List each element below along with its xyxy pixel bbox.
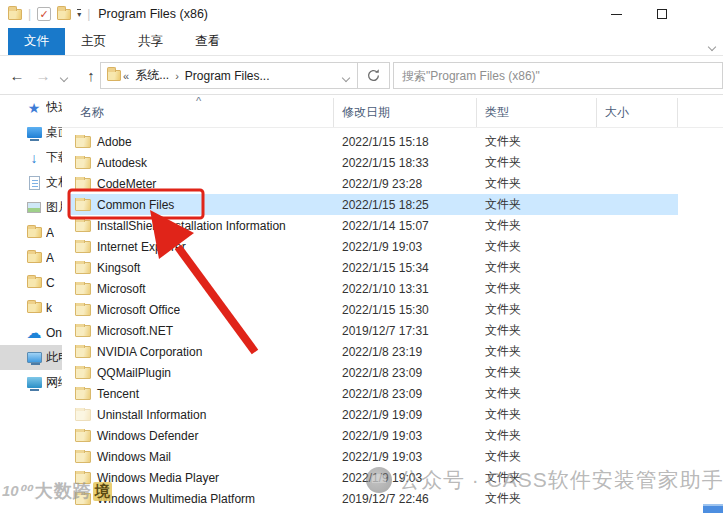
file-date-modified: 2022/1/15 18:25 <box>334 198 477 212</box>
refresh-icon <box>366 68 381 83</box>
file-row[interactable]: Windows Mail 2022/1/9 19:03 文件夹 <box>70 446 678 467</box>
file-name: Kingsoft <box>97 261 140 275</box>
file-row[interactable]: Microsoft.NET 2019/12/7 17:31 文件夹 <box>70 320 678 341</box>
expand-ribbon-button[interactable] <box>709 36 719 46</box>
tab-view[interactable]: 查看 <box>179 28 236 55</box>
tab-file[interactable]: 文件 <box>8 28 65 55</box>
forward-button[interactable]: → <box>30 67 56 84</box>
file-date-modified: 2019/12/7 17:31 <box>334 324 477 338</box>
sidebar-item-star[interactable]: ★ 快速访问 <box>0 95 62 120</box>
search-input[interactable] <box>394 63 722 88</box>
file-row[interactable]: Windows Media Player 2022/1/9 19:03 文件夹 <box>70 467 678 488</box>
file-row[interactable]: Tencent 2022/1/8 23:09 文件夹 <box>70 383 678 404</box>
pictures-icon <box>26 200 42 216</box>
file-date-modified: 2022/1/9 19:03 <box>334 240 477 254</box>
minimize-button[interactable] <box>593 0 639 28</box>
sidebar-item-this-pc[interactable]: 此电脑 <box>0 345 62 370</box>
sidebar-item-label: 图片 <box>46 199 62 216</box>
file-date-modified: 2022/1/8 23:09 <box>334 366 477 380</box>
file-name: CodeMeter <box>97 177 156 191</box>
back-button[interactable]: ← <box>4 67 30 84</box>
file-type: 文件夹 <box>477 196 597 213</box>
file-row[interactable]: Uninstall Information 2022/1/9 19:09 文件夹 <box>70 404 678 425</box>
file-type: 文件夹 <box>477 427 597 444</box>
file-row[interactable]: Autodesk 2022/1/15 18:33 文件夹 <box>70 152 678 173</box>
folder-icon <box>75 367 91 379</box>
breadcrumb-segment-program-files[interactable]: Program Files... <box>185 69 270 83</box>
folder-icon <box>75 220 91 232</box>
file-row[interactable]: Internet Explorer 2022/1/9 19:03 文件夹 <box>70 236 678 257</box>
breadcrumb-overflow[interactable]: « <box>123 70 129 82</box>
refresh-button[interactable] <box>358 62 390 89</box>
file-date-modified: 2022/1/8 23:09 <box>334 387 477 401</box>
file-date-modified: 2022/1/10 13:31 <box>334 282 477 296</box>
sidebar-item-onedrive[interactable]: ☁ OneDrive <box>0 320 62 345</box>
chevron-down-icon <box>60 73 68 81</box>
file-date-modified: 2022/1/15 15:18 <box>334 135 477 149</box>
desktop-monitor-icon <box>26 125 42 141</box>
maximize-icon <box>657 9 667 19</box>
file-name: Autodesk <box>97 156 147 170</box>
file-date-modified: 2022/1/9 19:03 <box>334 450 477 464</box>
file-row[interactable]: Microsoft Office 2022/1/15 15:30 文件夹 <box>70 299 678 320</box>
ribbon-tab-bar: 文件 主页 共享 查看 <box>0 28 723 56</box>
sidebar-item-network[interactable]: 网络 <box>0 370 62 395</box>
folder-icon <box>75 472 91 484</box>
properties-check-icon[interactable]: ✓ <box>37 7 51 21</box>
sidebar-item-label: 文档 <box>46 174 62 191</box>
maximize-button[interactable] <box>639 0 685 28</box>
file-row[interactable]: NVIDIA Corporation 2022/1/8 23:19 文件夹 <box>70 341 678 362</box>
file-row[interactable]: Windows Multimedia Platform 2019/12/7 22… <box>70 488 678 509</box>
file-type: 文件夹 <box>477 133 597 150</box>
file-row[interactable]: Kingsoft 2022/1/15 15:34 文件夹 <box>70 257 678 278</box>
file-type: 文件夹 <box>477 154 597 171</box>
sidebar-item-folder[interactable]: A <box>0 220 62 245</box>
file-name: Microsoft Office <box>97 303 180 317</box>
breadcrumb-segment-system[interactable]: 系统... <box>135 67 169 84</box>
folder-icon <box>75 136 91 148</box>
file-date-modified: 2022/1/14 15:07 <box>334 219 477 233</box>
address-dropdown-caret[interactable] <box>343 67 353 85</box>
file-row[interactable]: InstallShield Installation Information 2… <box>70 215 678 236</box>
column-header-size[interactable]: 大小 <box>597 98 678 127</box>
new-folder-icon[interactable] <box>57 9 71 20</box>
file-row[interactable]: Windows Defender 2022/1/9 19:03 文件夹 <box>70 425 678 446</box>
sidebar-item-document[interactable]: 文档 <box>0 170 62 195</box>
file-row[interactable]: Common Files 2022/1/15 18:25 文件夹 <box>70 194 678 215</box>
chevron-down-icon <box>342 73 350 81</box>
tab-home[interactable]: 主页 <box>65 28 122 55</box>
sidebar-item-folder[interactable]: A <box>0 245 62 270</box>
sidebar-item-download[interactable]: ↓ 下载 <box>0 145 62 170</box>
file-row[interactable]: Adobe 2022/1/15 15:18 文件夹 <box>70 131 678 152</box>
minimize-icon <box>611 14 622 15</box>
separator: | <box>28 7 31 21</box>
sidebar-item-desktop[interactable]: 桌面 <box>0 120 62 145</box>
sidebar-item-label: 下载 <box>46 149 62 166</box>
file-name: Windows Multimedia Platform <box>97 492 255 506</box>
file-row[interactable]: QQMailPlugin 2022/1/8 23:09 文件夹 <box>70 362 678 383</box>
tab-share[interactable]: 共享 <box>122 28 179 55</box>
column-header-type[interactable]: 类型 <box>477 98 597 127</box>
file-type: 文件夹 <box>477 280 597 297</box>
sidebar-item-label: 快速访问 <box>46 99 62 116</box>
column-header-date-modified[interactable]: 修改日期 <box>334 98 477 127</box>
folder-icon <box>26 225 42 241</box>
folder-icon <box>75 409 91 421</box>
sidebar-item-label: A <box>46 226 54 240</box>
sidebar-item-folder[interactable]: k <box>0 295 62 320</box>
sidebar-item-folder[interactable]: C <box>0 270 62 295</box>
sidebar-item-label: 桌面 <box>46 124 62 141</box>
window-controls <box>593 0 685 28</box>
recent-locations-caret[interactable] <box>56 67 72 84</box>
qat-customize-caret-icon[interactable]: ▾ <box>77 9 81 19</box>
explorer-window: | ✓ ▾ | Program Files (x86) 文件 主页 共享 查看 … <box>0 0 723 513</box>
file-type: 文件夹 <box>477 238 597 255</box>
address-bar[interactable]: « 系统... › Program Files... <box>100 62 358 89</box>
file-date-modified: 2022/1/8 23:19 <box>334 345 477 359</box>
sidebar-item-label: A <box>46 251 54 265</box>
sidebar-item-pictures[interactable]: 图片 <box>0 195 62 220</box>
file-row[interactable]: Microsoft 2022/1/10 13:31 文件夹 <box>70 278 678 299</box>
file-row[interactable]: CodeMeter 2022/1/9 23:28 文件夹 <box>70 173 678 194</box>
file-date-modified: 2022/1/15 18:33 <box>334 156 477 170</box>
file-type: 文件夹 <box>477 175 597 192</box>
